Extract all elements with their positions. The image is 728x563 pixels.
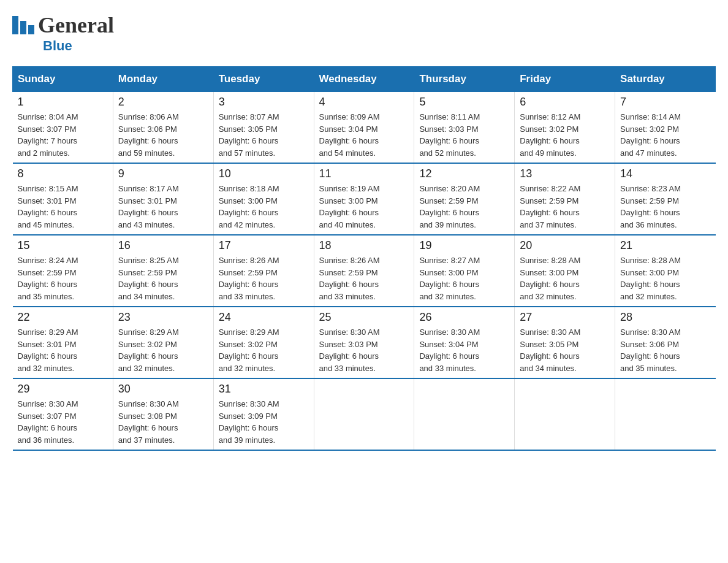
calendar-week-row: 29Sunrise: 8:30 AM Sunset: 3:07 PM Dayli… — [13, 378, 716, 450]
day-info: Sunrise: 8:30 AM Sunset: 3:03 PM Dayligh… — [319, 326, 409, 374]
day-info: Sunrise: 8:30 AM Sunset: 3:08 PM Dayligh… — [118, 398, 208, 446]
day-number: 18 — [319, 239, 409, 252]
calendar-cell: 11Sunrise: 8:19 AM Sunset: 3:00 PM Dayli… — [314, 163, 414, 235]
day-number: 22 — [18, 311, 108, 324]
calendar-cell: 8Sunrise: 8:15 AM Sunset: 3:01 PM Daylig… — [13, 163, 113, 235]
day-number: 13 — [520, 167, 610, 180]
day-number: 20 — [520, 239, 610, 252]
day-info: Sunrise: 8:07 AM Sunset: 3:05 PM Dayligh… — [219, 111, 309, 159]
page-header: General Blue — [12, 12, 716, 54]
calendar-cell: 12Sunrise: 8:20 AM Sunset: 2:59 PM Dayli… — [414, 163, 515, 235]
day-info: Sunrise: 8:29 AM Sunset: 3:02 PM Dayligh… — [118, 326, 208, 374]
day-info: Sunrise: 8:26 AM Sunset: 2:59 PM Dayligh… — [219, 255, 309, 302]
day-info: Sunrise: 8:04 AM Sunset: 3:07 PM Dayligh… — [18, 111, 108, 159]
column-header-wednesday: Wednesday — [314, 67, 414, 92]
calendar-cell: 16Sunrise: 8:25 AM Sunset: 2:59 PM Dayli… — [113, 235, 213, 307]
logo: General Blue — [12, 12, 114, 54]
day-number: 1 — [18, 96, 108, 109]
day-info: Sunrise: 8:14 AM Sunset: 3:02 PM Dayligh… — [620, 111, 710, 159]
calendar-cell: 21Sunrise: 8:28 AM Sunset: 3:00 PM Dayli… — [615, 235, 716, 307]
calendar-header-row: SundayMondayTuesdayWednesdayThursdayFrid… — [13, 67, 716, 92]
calendar-cell: 17Sunrise: 8:26 AM Sunset: 2:59 PM Dayli… — [213, 235, 314, 307]
day-info: Sunrise: 8:23 AM Sunset: 2:59 PM Dayligh… — [620, 183, 710, 231]
day-number: 17 — [219, 239, 309, 252]
calendar-cell: 26Sunrise: 8:30 AM Sunset: 3:04 PM Dayli… — [414, 307, 515, 378]
day-number: 30 — [118, 383, 208, 396]
day-number: 12 — [419, 167, 509, 180]
day-info: Sunrise: 8:18 AM Sunset: 3:00 PM Dayligh… — [219, 183, 309, 231]
calendar-cell: 1Sunrise: 8:04 AM Sunset: 3:07 PM Daylig… — [13, 92, 113, 164]
day-info: Sunrise: 8:25 AM Sunset: 2:59 PM Dayligh… — [118, 255, 208, 302]
calendar-cell — [615, 378, 716, 450]
calendar-cell: 25Sunrise: 8:30 AM Sunset: 3:03 PM Dayli… — [314, 307, 414, 378]
calendar-cell — [314, 378, 414, 450]
calendar-cell: 23Sunrise: 8:29 AM Sunset: 3:02 PM Dayli… — [113, 307, 213, 378]
calendar-cell: 27Sunrise: 8:30 AM Sunset: 3:05 PM Dayli… — [515, 307, 615, 378]
column-header-saturday: Saturday — [615, 67, 716, 92]
day-number: 26 — [419, 311, 509, 324]
logo-blue-text: Blue — [43, 38, 72, 54]
day-info: Sunrise: 8:24 AM Sunset: 2:59 PM Dayligh… — [18, 255, 108, 302]
day-info: Sunrise: 8:17 AM Sunset: 3:01 PM Dayligh… — [118, 183, 208, 231]
day-info: Sunrise: 8:30 AM Sunset: 3:06 PM Dayligh… — [620, 326, 710, 374]
day-number: 21 — [620, 239, 710, 252]
day-info: Sunrise: 8:09 AM Sunset: 3:04 PM Dayligh… — [319, 111, 409, 159]
day-number: 14 — [620, 167, 710, 180]
calendar-cell: 20Sunrise: 8:28 AM Sunset: 3:00 PM Dayli… — [515, 235, 615, 307]
day-info: Sunrise: 8:27 AM Sunset: 3:00 PM Dayligh… — [419, 255, 509, 302]
calendar-table: SundayMondayTuesdayWednesdayThursdayFrid… — [12, 66, 716, 451]
day-number: 16 — [118, 239, 208, 252]
calendar-cell: 2Sunrise: 8:06 AM Sunset: 3:06 PM Daylig… — [113, 92, 213, 164]
day-info: Sunrise: 8:28 AM Sunset: 3:00 PM Dayligh… — [520, 255, 610, 302]
calendar-cell: 14Sunrise: 8:23 AM Sunset: 2:59 PM Dayli… — [615, 163, 716, 235]
day-number: 2 — [118, 96, 208, 109]
calendar-cell: 28Sunrise: 8:30 AM Sunset: 3:06 PM Dayli… — [615, 307, 716, 378]
calendar-cell: 10Sunrise: 8:18 AM Sunset: 3:00 PM Dayli… — [213, 163, 314, 235]
day-info: Sunrise: 8:29 AM Sunset: 3:02 PM Dayligh… — [219, 326, 309, 374]
day-info: Sunrise: 8:28 AM Sunset: 3:00 PM Dayligh… — [620, 255, 710, 302]
column-header-thursday: Thursday — [414, 67, 515, 92]
day-info: Sunrise: 8:26 AM Sunset: 2:59 PM Dayligh… — [319, 255, 409, 302]
day-info: Sunrise: 8:22 AM Sunset: 2:59 PM Dayligh… — [520, 183, 610, 231]
calendar-cell: 19Sunrise: 8:27 AM Sunset: 3:00 PM Dayli… — [414, 235, 515, 307]
day-info: Sunrise: 8:15 AM Sunset: 3:01 PM Dayligh… — [18, 183, 108, 231]
column-header-monday: Monday — [113, 67, 213, 92]
day-number: 24 — [219, 311, 309, 324]
day-info: Sunrise: 8:30 AM Sunset: 3:04 PM Dayligh… — [419, 326, 509, 374]
column-header-tuesday: Tuesday — [213, 67, 314, 92]
calendar-cell: 4Sunrise: 8:09 AM Sunset: 3:04 PM Daylig… — [314, 92, 414, 164]
calendar-cell: 24Sunrise: 8:29 AM Sunset: 3:02 PM Dayli… — [213, 307, 314, 378]
day-info: Sunrise: 8:30 AM Sunset: 3:07 PM Dayligh… — [18, 398, 108, 446]
calendar-week-row: 1Sunrise: 8:04 AM Sunset: 3:07 PM Daylig… — [13, 92, 716, 164]
calendar-week-row: 8Sunrise: 8:15 AM Sunset: 3:01 PM Daylig… — [13, 163, 716, 235]
day-number: 3 — [219, 96, 309, 109]
day-info: Sunrise: 8:30 AM Sunset: 3:05 PM Dayligh… — [520, 326, 610, 374]
logo-general-text: General — [38, 12, 114, 38]
day-number: 25 — [319, 311, 409, 324]
calendar-cell: 15Sunrise: 8:24 AM Sunset: 2:59 PM Dayli… — [13, 235, 113, 307]
calendar-cell: 18Sunrise: 8:26 AM Sunset: 2:59 PM Dayli… — [314, 235, 414, 307]
calendar-cell: 22Sunrise: 8:29 AM Sunset: 3:01 PM Dayli… — [13, 307, 113, 378]
day-number: 7 — [620, 96, 710, 109]
day-info: Sunrise: 8:30 AM Sunset: 3:09 PM Dayligh… — [219, 398, 309, 446]
calendar-cell: 13Sunrise: 8:22 AM Sunset: 2:59 PM Dayli… — [515, 163, 615, 235]
calendar-cell — [414, 378, 515, 450]
day-number: 28 — [620, 311, 710, 324]
day-number: 31 — [219, 383, 309, 396]
calendar-cell: 9Sunrise: 8:17 AM Sunset: 3:01 PM Daylig… — [113, 163, 213, 235]
day-info: Sunrise: 8:12 AM Sunset: 3:02 PM Dayligh… — [520, 111, 610, 159]
calendar-week-row: 22Sunrise: 8:29 AM Sunset: 3:01 PM Dayli… — [13, 307, 716, 378]
calendar-cell: 3Sunrise: 8:07 AM Sunset: 3:05 PM Daylig… — [213, 92, 314, 164]
day-number: 27 — [520, 311, 610, 324]
calendar-cell: 31Sunrise: 8:30 AM Sunset: 3:09 PM Dayli… — [213, 378, 314, 450]
day-number: 19 — [419, 239, 509, 252]
day-number: 8 — [18, 167, 108, 180]
day-number: 29 — [18, 383, 108, 396]
calendar-cell: 29Sunrise: 8:30 AM Sunset: 3:07 PM Dayli… — [13, 378, 113, 450]
day-info: Sunrise: 8:29 AM Sunset: 3:01 PM Dayligh… — [18, 326, 108, 374]
day-number: 6 — [520, 96, 610, 109]
day-info: Sunrise: 8:20 AM Sunset: 2:59 PM Dayligh… — [419, 183, 509, 231]
day-number: 23 — [118, 311, 208, 324]
day-number: 10 — [219, 167, 309, 180]
day-number: 15 — [18, 239, 108, 252]
